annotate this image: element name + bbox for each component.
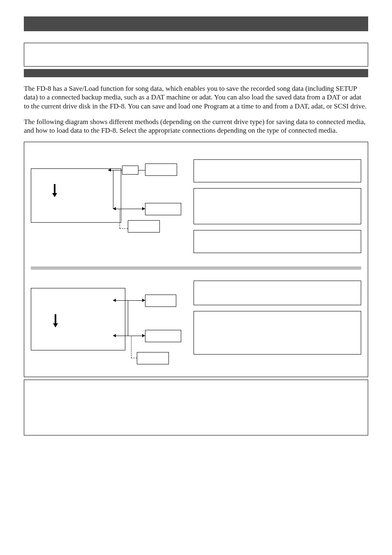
diagram-1-arrow-mid-left (113, 207, 116, 210)
diagram-2-arrow-down-icon (53, 323, 58, 327)
diagram-2-vline (128, 300, 128, 336)
info-box-1b (194, 188, 361, 224)
diagram-2-main-frame (31, 288, 125, 350)
diagram-1-arrow-mid-right (142, 207, 145, 210)
diagram-2-dashed-h (131, 358, 137, 358)
diagram-2-line-top (113, 300, 145, 301)
diagram-2-box-top-right (145, 295, 176, 307)
diagram-2-down-stem (55, 314, 56, 323)
info-box-2a (194, 281, 361, 305)
intro-paragraph-2: The following diagram shows different me… (24, 117, 368, 135)
diagram-1-arrow-down-icon (52, 193, 57, 197)
info-col-2 (194, 281, 361, 355)
diagram-divider (31, 267, 361, 269)
diagram-1-vline-1 (113, 170, 113, 209)
diagram-1 (31, 159, 186, 233)
diagram-2-arrow-mid-left (113, 334, 116, 337)
diagram-1-mid-top-box (122, 166, 138, 175)
diagram-2-dashed-1 (131, 336, 131, 358)
diagram-1-main-frame (31, 168, 121, 223)
info-box-2b (194, 311, 361, 355)
diagram-1-box-top-right (145, 164, 177, 176)
diagram-2 (31, 281, 186, 367)
diagram-2-box-mid-right (145, 330, 181, 342)
diagram-2-box-bottom-right (137, 352, 169, 364)
diagram-2-line-mid (113, 336, 145, 336)
intro-paragraph-1: The FD-8 has a Save/Load function for so… (24, 84, 368, 111)
diagram-row-1 (31, 159, 361, 253)
diagram-2-arrow-mid-right (142, 334, 145, 337)
diagram-row-2 (31, 281, 361, 367)
info-box-1a (194, 159, 361, 182)
diagram-container (24, 142, 368, 377)
diagram-1-arrow-top-left (108, 168, 111, 172)
bottom-note-box (24, 380, 368, 435)
diagram-1-down-stem (54, 184, 55, 193)
diagram-1-line-mid (113, 209, 145, 209)
diagram-2-arrow-top-right (142, 299, 145, 302)
title-box (24, 43, 368, 67)
diagram-1-dashed-1 (120, 210, 120, 228)
diagram-1-box-mid-right (145, 203, 181, 215)
section-bar (24, 69, 368, 77)
header-bar (24, 16, 368, 31)
info-col-1 (194, 159, 361, 253)
diagram-1-box-bottom-right (128, 220, 160, 233)
diagram-1-dashed-h (120, 228, 128, 229)
info-box-1c (194, 230, 361, 253)
diagram-2-arrow-top-left (113, 299, 116, 302)
